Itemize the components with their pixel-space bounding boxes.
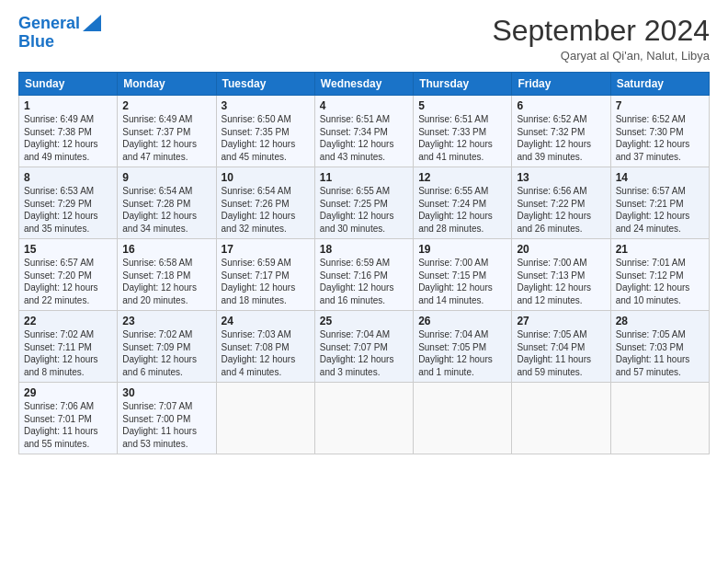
- logo-icon: [81, 13, 101, 33]
- calendar-cell: 26 Sunrise: 7:04 AM Sunset: 7:05 PM Dayl…: [414, 311, 512, 383]
- day-info: Sunrise: 7:04 AM Sunset: 7:05 PM Dayligh…: [418, 328, 506, 378]
- day-number: 28: [616, 315, 704, 327]
- calendar-cell: 6 Sunrise: 6:52 AM Sunset: 7:32 PM Dayli…: [512, 96, 610, 167]
- calendar-cell: 7 Sunrise: 6:52 AM Sunset: 7:30 PM Dayli…: [610, 96, 709, 167]
- calendar-cell: [512, 383, 610, 454]
- day-info: Sunrise: 6:58 AM Sunset: 7:18 PM Dayligh…: [122, 257, 210, 306]
- calendar-cell: 3 Sunrise: 6:50 AM Sunset: 7:35 PM Dayli…: [216, 96, 314, 167]
- calendar-cell: 30 Sunrise: 7:07 AM Sunset: 7:00 PM Dayl…: [118, 383, 216, 454]
- calendar-cell: 23 Sunrise: 7:02 AM Sunset: 7:09 PM Dayl…: [118, 311, 216, 383]
- day-number: 18: [320, 243, 408, 256]
- day-number: 14: [616, 171, 704, 184]
- calendar-cell: 27 Sunrise: 7:05 AM Sunset: 7:04 PM Dayl…: [512, 311, 610, 383]
- calendar-cell: 4 Sunrise: 6:51 AM Sunset: 7:34 PM Dayli…: [314, 96, 413, 167]
- calendar-cell: [610, 383, 709, 454]
- svg-marker-0: [83, 15, 101, 31]
- calendar-cell: 5 Sunrise: 6:51 AM Sunset: 7:33 PM Dayli…: [414, 96, 512, 167]
- day-info: Sunrise: 6:52 AM Sunset: 7:30 PM Dayligh…: [616, 113, 704, 163]
- calendar-cell: 8 Sunrise: 6:53 AM Sunset: 7:29 PM Dayli…: [19, 167, 118, 239]
- day-info: Sunrise: 6:54 AM Sunset: 7:26 PM Dayligh…: [222, 185, 310, 235]
- day-number: 10: [222, 171, 310, 184]
- calendar-table: SundayMondayTuesdayWednesdayThursdayFrid…: [18, 72, 710, 454]
- day-number: 15: [24, 243, 112, 256]
- day-number: 2: [122, 99, 210, 112]
- day-header-thursday: Thursday: [414, 73, 512, 96]
- day-number: 13: [517, 171, 605, 184]
- calendar-cell: 22 Sunrise: 7:02 AM Sunset: 7:11 PM Dayl…: [19, 311, 118, 383]
- day-number: 12: [418, 171, 506, 184]
- day-info: Sunrise: 6:55 AM Sunset: 7:24 PM Dayligh…: [418, 185, 506, 235]
- calendar-cell: 16 Sunrise: 6:58 AM Sunset: 7:18 PM Dayl…: [118, 239, 216, 311]
- day-number: 1: [24, 99, 112, 112]
- calendar-cell: 10 Sunrise: 6:54 AM Sunset: 7:26 PM Dayl…: [216, 167, 314, 239]
- day-info: Sunrise: 7:01 AM Sunset: 7:12 PM Dayligh…: [616, 257, 704, 306]
- logo: General Blue: [18, 15, 101, 52]
- day-number: 8: [24, 171, 112, 184]
- logo-text: General: [18, 15, 80, 33]
- day-info: Sunrise: 6:49 AM Sunset: 7:38 PM Dayligh…: [24, 113, 112, 163]
- day-info: Sunrise: 6:57 AM Sunset: 7:21 PM Dayligh…: [616, 185, 704, 235]
- day-info: Sunrise: 6:49 AM Sunset: 7:37 PM Dayligh…: [122, 113, 210, 163]
- day-number: 7: [616, 99, 704, 112]
- day-number: 25: [320, 315, 408, 327]
- day-info: Sunrise: 6:52 AM Sunset: 7:32 PM Dayligh…: [517, 113, 605, 163]
- calendar-cell: 18 Sunrise: 6:59 AM Sunset: 7:16 PM Dayl…: [314, 239, 413, 311]
- day-number: 20: [517, 243, 605, 256]
- day-info: Sunrise: 7:04 AM Sunset: 7:07 PM Dayligh…: [320, 328, 408, 378]
- calendar-cell: 11 Sunrise: 6:55 AM Sunset: 7:25 PM Dayl…: [314, 167, 413, 239]
- calendar-cell: [414, 383, 512, 454]
- day-number: 26: [418, 315, 506, 327]
- day-number: 5: [418, 99, 506, 112]
- calendar-cell: 24 Sunrise: 7:03 AM Sunset: 7:08 PM Dayl…: [216, 311, 314, 383]
- day-header-saturday: Saturday: [610, 73, 709, 96]
- logo-line2: Blue: [18, 33, 101, 52]
- day-number: 27: [517, 315, 605, 327]
- calendar-cell: [314, 383, 413, 454]
- calendar-cell: 13 Sunrise: 6:56 AM Sunset: 7:22 PM Dayl…: [512, 167, 610, 239]
- day-header-sunday: Sunday: [19, 73, 118, 96]
- day-info: Sunrise: 7:06 AM Sunset: 7:01 PM Dayligh…: [24, 400, 112, 450]
- calendar-cell: 28 Sunrise: 7:05 AM Sunset: 7:03 PM Dayl…: [610, 311, 709, 383]
- day-info: Sunrise: 6:56 AM Sunset: 7:22 PM Dayligh…: [517, 185, 605, 235]
- day-info: Sunrise: 7:05 AM Sunset: 7:03 PM Dayligh…: [616, 328, 704, 378]
- title-section: September 2024 Qaryat al Qi'an, Nalut, L…: [492, 15, 710, 63]
- day-info: Sunrise: 6:55 AM Sunset: 7:25 PM Dayligh…: [320, 185, 408, 235]
- day-info: Sunrise: 6:50 AM Sunset: 7:35 PM Dayligh…: [222, 113, 310, 163]
- day-number: 9: [122, 171, 210, 184]
- calendar-cell: 21 Sunrise: 7:01 AM Sunset: 7:12 PM Dayl…: [610, 239, 709, 311]
- calendar-cell: 19 Sunrise: 7:00 AM Sunset: 7:15 PM Dayl…: [414, 239, 512, 311]
- calendar-page: General Blue September 2024 Qaryat al Qi…: [0, 0, 728, 563]
- day-number: 3: [222, 99, 310, 112]
- month-title: September 2024: [492, 15, 710, 47]
- day-number: 11: [320, 171, 408, 184]
- day-info: Sunrise: 6:59 AM Sunset: 7:16 PM Dayligh…: [320, 257, 408, 306]
- day-info: Sunrise: 7:00 AM Sunset: 7:15 PM Dayligh…: [418, 257, 506, 306]
- day-number: 21: [616, 243, 704, 256]
- calendar-cell: 25 Sunrise: 7:04 AM Sunset: 7:07 PM Dayl…: [314, 311, 413, 383]
- day-info: Sunrise: 6:51 AM Sunset: 7:34 PM Dayligh…: [320, 113, 408, 163]
- calendar-cell: 14 Sunrise: 6:57 AM Sunset: 7:21 PM Dayl…: [610, 167, 709, 239]
- page-header: General Blue September 2024 Qaryat al Qi…: [18, 15, 710, 63]
- calendar-cell: 20 Sunrise: 7:00 AM Sunset: 7:13 PM Dayl…: [512, 239, 610, 311]
- day-header-friday: Friday: [512, 73, 610, 96]
- day-number: 19: [418, 243, 506, 256]
- day-info: Sunrise: 7:00 AM Sunset: 7:13 PM Dayligh…: [517, 257, 605, 306]
- location: Qaryat al Qi'an, Nalut, Libya: [492, 49, 710, 63]
- day-header-monday: Monday: [118, 73, 216, 96]
- calendar-cell: 17 Sunrise: 6:59 AM Sunset: 7:17 PM Dayl…: [216, 239, 314, 311]
- calendar-cell: 1 Sunrise: 6:49 AM Sunset: 7:38 PM Dayli…: [19, 96, 118, 167]
- day-info: Sunrise: 7:02 AM Sunset: 7:11 PM Dayligh…: [24, 328, 112, 378]
- day-info: Sunrise: 6:59 AM Sunset: 7:17 PM Dayligh…: [222, 257, 310, 306]
- day-info: Sunrise: 7:02 AM Sunset: 7:09 PM Dayligh…: [122, 328, 210, 378]
- calendar-cell: 2 Sunrise: 6:49 AM Sunset: 7:37 PM Dayli…: [118, 96, 216, 167]
- calendar-cell: 12 Sunrise: 6:55 AM Sunset: 7:24 PM Dayl…: [414, 167, 512, 239]
- day-number: 23: [122, 315, 210, 327]
- day-number: 17: [222, 243, 310, 256]
- day-number: 6: [517, 99, 605, 112]
- day-number: 30: [122, 386, 210, 399]
- day-header-tuesday: Tuesday: [216, 73, 314, 96]
- calendar-cell: 9 Sunrise: 6:54 AM Sunset: 7:28 PM Dayli…: [118, 167, 216, 239]
- day-info: Sunrise: 6:51 AM Sunset: 7:33 PM Dayligh…: [418, 113, 506, 163]
- day-info: Sunrise: 6:57 AM Sunset: 7:20 PM Dayligh…: [24, 257, 112, 306]
- calendar-cell: 29 Sunrise: 7:06 AM Sunset: 7:01 PM Dayl…: [19, 383, 118, 454]
